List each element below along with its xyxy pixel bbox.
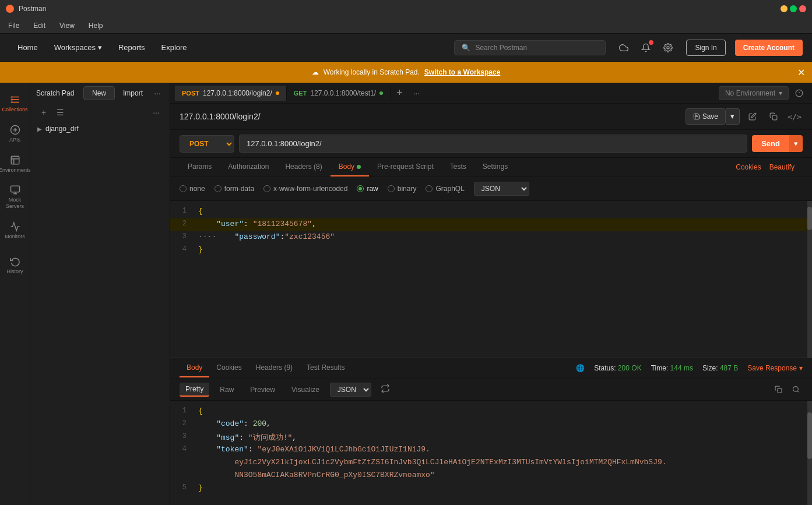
wrap-icon-btn[interactable]: [381, 384, 390, 395]
no-environment-label: No Environment: [725, 89, 775, 97]
nav-reports[interactable]: Reports: [110, 40, 153, 55]
svg-point-0: [667, 47, 669, 49]
res-tab-cookies[interactable]: Cookies: [209, 359, 248, 377]
add-tab-button[interactable]: +: [391, 84, 409, 101]
beautify-link[interactable]: Beautify: [761, 158, 803, 176]
new-button[interactable]: New: [83, 86, 115, 100]
bell-icon[interactable]: [637, 39, 655, 56]
res-code-line-4c: NN3O58mACIAKa8RVPnCrRG0_pXy0ISC7BXRZvnoa…: [170, 469, 812, 482]
save-button[interactable]: Save: [686, 108, 726, 125]
res-format-preview[interactable]: Preview: [244, 383, 281, 396]
tab-get-test1[interactable]: GET 127.0.0.1:8000/test1/: [287, 86, 391, 101]
req-tab-settings[interactable]: Settings: [474, 158, 516, 176]
collection-item-django[interactable]: ▶ django_drf: [30, 121, 170, 136]
request-tabs: Params Authorization Headers (8) Body Pr…: [170, 158, 812, 177]
cloud-icon[interactable]: [615, 39, 632, 56]
res-code-line-2: 2 "code": 200,: [170, 418, 812, 431]
response-scrollbar[interactable]: [807, 401, 812, 506]
top-nav: Home Workspaces ▾ Reports Explore 🔍 Sear…: [0, 34, 812, 62]
collection-arrow-icon: ▶: [37, 126, 42, 132]
req-tab-body[interactable]: Body: [331, 158, 369, 176]
req-tab-headers[interactable]: Headers (8): [277, 158, 330, 176]
settings-icon[interactable]: [659, 39, 677, 56]
req-tab-params[interactable]: Params: [180, 158, 220, 176]
sidebar-item-monitors[interactable]: Monitors: [2, 217, 29, 245]
nav-home[interactable]: Home: [9, 40, 46, 55]
sidebar-icons: Collections APIs Environments Mock Serve…: [0, 83, 30, 505]
send-button[interactable]: Send: [752, 135, 789, 152]
res-code-line-4b: eyJ1c2VyX2lkIjoxLCJ1c2VybmFtZtZSI6InJvb3…: [170, 457, 812, 469]
minimize-button[interactable]: [781, 5, 788, 12]
body-type-urlencoded[interactable]: x-www-form-urlencoded: [263, 185, 347, 193]
svg-point-8: [793, 387, 798, 392]
nav-workspaces[interactable]: Workspaces ▾: [46, 40, 110, 55]
copy-icon[interactable]: [765, 108, 782, 125]
sidebar-item-collections[interactable]: Collections: [2, 90, 29, 118]
maximize-button[interactable]: [790, 5, 797, 12]
body-type-binary[interactable]: binary: [388, 185, 417, 193]
method-selector[interactable]: POST GET PUT DELETE PATCH: [180, 135, 234, 153]
panel-more-button[interactable]: ···: [151, 87, 164, 100]
sidebar-item-history[interactable]: History: [2, 252, 29, 280]
cookies-link[interactable]: Cookies: [736, 158, 761, 176]
close-button[interactable]: [799, 5, 806, 12]
save-response-button[interactable]: Save Response ▾: [747, 364, 803, 372]
body-type-none[interactable]: none: [180, 185, 205, 193]
svg-rect-1: [10, 96, 12, 103]
create-account-button[interactable]: Create Account: [735, 40, 803, 56]
req-tab-pre-request[interactable]: Pre-request Script: [369, 158, 442, 176]
sidebar-item-apis[interactable]: APIs: [2, 120, 29, 148]
switch-workspace-link[interactable]: Switch to a Workspace: [424, 68, 500, 76]
send-button-group: Send ▾: [752, 135, 803, 152]
radio-raw: [357, 185, 364, 192]
body-type-graphql[interactable]: GraphQL: [426, 185, 464, 193]
import-button[interactable]: Import: [118, 87, 147, 100]
send-dropdown-button[interactable]: ▾: [789, 135, 803, 152]
sign-in-button[interactable]: Sign In: [686, 40, 725, 56]
menu-edit[interactable]: Edit: [31, 20, 48, 31]
request-code-editor[interactable]: 1 { 2 "user": "18112345678", 3 ···· "pas…: [170, 201, 812, 358]
res-tab-headers[interactable]: Headers (9): [249, 359, 300, 377]
res-tab-body[interactable]: Body: [180, 359, 209, 377]
sidebar-item-mock-servers[interactable]: Mock Servers: [2, 180, 29, 214]
req-tab-authorization[interactable]: Authorization: [220, 158, 277, 176]
sidebar-mock-servers-label: Mock Servers: [5, 197, 25, 210]
environment-selector[interactable]: No Environment ▾: [719, 86, 789, 100]
tab-more-button[interactable]: ···: [409, 86, 425, 100]
save-dropdown-button[interactable]: ▾: [726, 108, 740, 125]
search-response-icon[interactable]: [789, 383, 803, 397]
tab-post-login2[interactable]: POST 127.0.0.1:8000/login2/: [175, 86, 287, 101]
format-selector[interactable]: JSON Text JavaScript HTML XML: [474, 182, 529, 196]
copy-response-icon[interactable]: [771, 383, 785, 397]
code-icon[interactable]: </>: [786, 108, 803, 125]
svg-rect-7: [777, 389, 781, 393]
body-type-form-data[interactable]: form-data: [215, 185, 254, 193]
add-collection-button[interactable]: +: [37, 106, 50, 119]
res-format-raw[interactable]: Raw: [214, 383, 240, 396]
window-controls: [781, 5, 806, 12]
filter-button[interactable]: ☰: [54, 106, 66, 119]
menu-file[interactable]: File: [6, 20, 22, 31]
res-format-visualize[interactable]: Visualize: [286, 383, 325, 396]
edit-icon[interactable]: [744, 108, 761, 125]
scrollbar[interactable]: [807, 201, 812, 358]
env-settings-icon[interactable]: [791, 85, 807, 101]
body-type-raw[interactable]: raw: [357, 185, 378, 193]
code-line-4: 4 }: [170, 244, 812, 257]
banner-close-button[interactable]: ✕: [797, 67, 805, 78]
menu-view[interactable]: View: [57, 20, 77, 31]
nav-explore[interactable]: Explore: [153, 40, 195, 55]
time-label: Time: 144 ms: [651, 364, 693, 372]
menu-help[interactable]: Help: [86, 20, 106, 31]
req-tab-tests[interactable]: Tests: [442, 158, 474, 176]
search-bar[interactable]: 🔍 Search Postman: [454, 40, 606, 55]
sidebar-item-environments[interactable]: Environments: [2, 150, 29, 178]
size-value: 487 B: [720, 364, 738, 372]
panel-options-button[interactable]: ···: [150, 106, 163, 119]
response-format-selector[interactable]: JSON Text HTML: [330, 383, 371, 397]
mock-servers-icon: [10, 185, 20, 195]
url-input[interactable]: [239, 135, 747, 153]
response-body[interactable]: 1 { 2 "code": 200, 3 "msg": "访问成功!", 4 "…: [170, 401, 812, 506]
res-tab-test-results[interactable]: Test Results: [300, 359, 351, 377]
res-format-pretty[interactable]: Pretty: [180, 383, 209, 397]
